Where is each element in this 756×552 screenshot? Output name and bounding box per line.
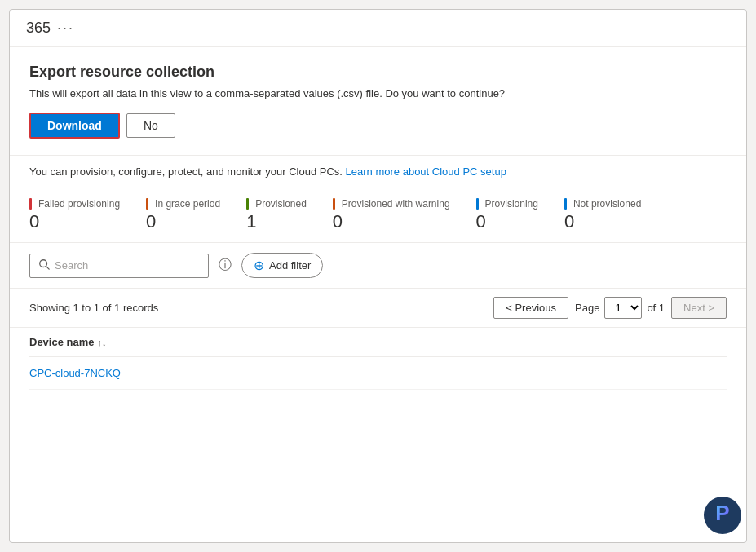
more-options-dots[interactable]: ··· xyxy=(57,20,74,37)
stat-not-provisioned: Not provisioned 0 xyxy=(564,198,641,232)
stat-failed-provisioning: Failed provisioning 0 xyxy=(29,198,120,232)
stat-provisioned: Provisioned 1 xyxy=(246,198,307,232)
records-text: Showing 1 to 1 of 1 records xyxy=(29,302,158,314)
column-device-name: Device name ↑↓ xyxy=(29,336,107,348)
stat-provisioning-value: 0 xyxy=(476,211,538,232)
pickit-logo: P xyxy=(704,497,741,534)
stat-not-provisioned-value: 0 xyxy=(564,211,641,232)
pagination-bar: Showing 1 to 1 of 1 records < Previous P… xyxy=(10,289,746,328)
app-title: 365 xyxy=(26,20,51,37)
stat-provisioned-warning: Provisioned with warning 0 xyxy=(333,198,450,232)
stat-failed-label: Failed provisioning xyxy=(29,198,120,210)
stat-provisioning: Provisioning 0 xyxy=(476,198,538,232)
page-label: Page xyxy=(575,302,599,314)
download-button[interactable]: Download xyxy=(29,113,120,139)
svg-text:P: P xyxy=(715,501,729,525)
stat-provisioning-label: Provisioning xyxy=(476,198,538,210)
stat-grace-label: In grace period xyxy=(146,198,220,210)
stat-grace-value: 0 xyxy=(146,211,220,232)
total-pages: of 1 xyxy=(647,302,665,314)
pickit-logo-area: P xyxy=(704,497,741,537)
stat-failed-value: 0 xyxy=(29,211,120,232)
stat-provisioned-label: Provisioned xyxy=(246,198,307,210)
stat-provisioned-warning-label: Provisioned with warning xyxy=(333,198,450,210)
device-name-link[interactable]: CPC-cloud-7NCKQ xyxy=(29,367,121,379)
stat-provisioned-warning-bar xyxy=(333,198,335,210)
stat-grace-bar xyxy=(146,198,148,210)
stat-provisioning-bar xyxy=(476,198,479,210)
no-button[interactable]: No xyxy=(126,113,175,138)
learn-more-link[interactable]: Learn more about Cloud PC setup xyxy=(346,166,506,178)
filter-bar: ⓘ ⊕ Add filter xyxy=(10,243,746,289)
data-table: Device name ↑↓ CPC-cloud-7NCKQ xyxy=(10,328,746,390)
main-window: 365 ··· Export resource collection This … xyxy=(9,9,747,543)
svg-line-1 xyxy=(46,266,50,269)
add-filter-icon: ⊕ xyxy=(254,258,264,273)
info-icon[interactable]: ⓘ xyxy=(219,257,232,274)
stat-failed-bar xyxy=(29,198,32,210)
export-title: Export resource collection xyxy=(29,64,727,81)
info-text: You can provision, configure, protect, a… xyxy=(29,166,343,178)
stats-row: Failed provisioning 0 In grace period 0 … xyxy=(10,188,746,243)
stat-provisioned-value: 1 xyxy=(246,211,307,232)
stat-not-provisioned-label: Not provisioned xyxy=(564,198,641,210)
table-header: Device name ↑↓ xyxy=(29,328,727,357)
pagination-controls: < Previous Page 1 of 1 Next > xyxy=(493,297,727,319)
table-row: CPC-cloud-7NCKQ xyxy=(29,357,727,390)
page-selector: Page 1 of 1 xyxy=(575,297,665,319)
stat-grace-period: In grace period 0 xyxy=(146,198,220,232)
info-bar: You can provision, configure, protect, a… xyxy=(10,156,746,188)
page-select[interactable]: 1 xyxy=(604,297,642,319)
add-filter-button[interactable]: ⊕ Add filter xyxy=(241,253,323,278)
stat-provisioned-bar xyxy=(246,198,249,210)
add-filter-label: Add filter xyxy=(269,259,311,272)
export-dialog: Export resource collection This will exp… xyxy=(10,47,746,156)
sort-icon[interactable]: ↑↓ xyxy=(98,338,107,347)
content-area: Export resource collection This will exp… xyxy=(10,47,746,542)
search-input[interactable] xyxy=(55,259,200,272)
search-icon xyxy=(38,258,50,273)
top-bar: 365 ··· xyxy=(10,10,746,47)
next-button[interactable]: Next > xyxy=(671,297,727,319)
stat-provisioned-warning-value: 0 xyxy=(333,211,450,232)
stat-not-provisioned-bar xyxy=(564,198,567,210)
previous-button[interactable]: < Previous xyxy=(493,297,568,319)
export-description: This will export all data in this view t… xyxy=(29,87,727,99)
search-box[interactable] xyxy=(29,254,209,278)
export-actions: Download No xyxy=(29,113,727,139)
